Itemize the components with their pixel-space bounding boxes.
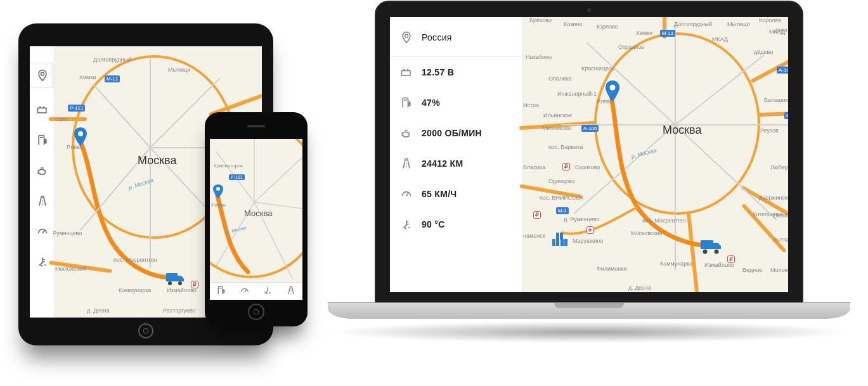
svg-rect-11 [166,273,178,281]
svg-point-20 [216,187,220,191]
battery-value: 12.57 В [422,67,454,77]
sidebar-item-engine[interactable] [36,164,49,179]
sidebar-item-temperature[interactable] [36,255,49,271]
panel-row-fuel[interactable]: 47% [390,87,522,118]
phone-pin-marker[interactable] [212,184,224,198]
location-value: Россия [422,32,452,42]
map-label-moscow: Москва [138,154,176,167]
svg-line-26 [675,55,764,125]
panel-row-location[interactable]: Россия [390,17,522,57]
svg-rect-22 [403,69,405,71]
road-icon [36,195,49,207]
svg-rect-21 [402,71,410,76]
svg-line-3 [93,84,150,148]
phone-map[interactable]: Красногорск Р-111 Рлёво Москва р. Москва [210,139,302,282]
laptop-screen: Россия 12.57 В 47% 2000 ОБ/МИН 24412 КМ [390,17,788,292]
svg-point-10 [78,131,83,136]
svg-point-13 [178,281,182,285]
svg-point-35 [715,250,719,254]
laptop-route [523,17,788,292]
laptop-base [328,302,850,319]
fuel-icon [36,134,49,146]
svg-rect-1 [39,106,41,108]
coolant-value: 90 °C [422,219,445,229]
panel-row-rpm[interactable]: 2000 ОБ/МИН [390,118,522,148]
phone-tab-temp[interactable] [262,285,273,298]
laptop-device: Россия 12.57 В 47% 2000 ОБ/МИН 24412 КМ [328,1,850,356]
svg-rect-33 [701,240,713,249]
sidebar-item-road[interactable] [36,195,49,210]
laptop-truck-icon[interactable] [701,239,722,254]
svg-rect-0 [37,108,46,113]
road-icon [400,157,413,170]
panel-row-coolant[interactable]: 90 °C [390,209,522,240]
speed-value: 65 КМ/Ч [422,189,457,199]
svg-rect-23 [407,69,409,71]
temperature-icon [400,218,413,231]
engine-icon [36,164,49,177]
laptop-camera [587,8,591,12]
sidebar-item-battery[interactable] [36,103,49,119]
odometer-value: 24412 КМ [422,158,463,169]
svg-point-32 [610,85,616,91]
rpm-value: 2000 ОБ/МИН [422,128,482,138]
phone-toolbar [210,282,302,300]
battery-icon [36,103,49,116]
panel-row-battery[interactable]: 12.57 В [390,57,522,87]
svg-line-24 [586,42,675,125]
sidebar-item-fuel[interactable] [36,134,49,149]
sidebar-item-location[interactable] [30,63,55,88]
phone-home-button[interactable] [248,304,264,320]
panel-row-speed[interactable]: 65 КМ/Ч [390,179,522,209]
truck-icon[interactable] [166,272,185,286]
sidebar-item-speed[interactable] [36,225,49,240]
phone-screen: Красногорск Р-111 Рлёво Москва р. Москва [210,139,302,300]
fuel-value: 47% [422,98,440,108]
svg-rect-2 [42,106,44,108]
panel-row-odometer[interactable]: 24412 КМ [390,148,522,179]
gauge-icon [36,225,49,238]
gauge-icon [400,188,413,200]
pin-icon [36,69,49,82]
svg-line-28 [675,125,777,220]
telemetry-panel: Россия 12.57 В 47% 2000 ОБ/МИН 24412 КМ [390,17,523,292]
pin-icon [400,31,413,44]
battery-icon [400,66,413,79]
temperature-icon [36,255,49,268]
laptop-label-moscow: Москва [663,124,701,137]
engine-icon [400,127,413,139]
svg-point-12 [168,281,172,285]
phone-tab-speed[interactable] [240,285,250,298]
phone-tab-road[interactable] [286,285,296,298]
svg-line-16 [254,158,302,202]
tablet-sidebar [30,46,55,318]
fuel-icon [400,96,413,109]
phone-tab-fuel[interactable] [216,285,226,298]
svg-point-34 [703,250,708,254]
phone-device: Красногорск Р-111 Рлёво Москва р. Москва [205,112,308,326]
packages-icon[interactable] [551,233,569,248]
tablet-home-button[interactable] [138,323,153,338]
svg-line-17 [254,202,302,209]
laptop-map[interactable]: Москва Козино Брёхово Юрлово Химки М-11 … [523,17,788,292]
